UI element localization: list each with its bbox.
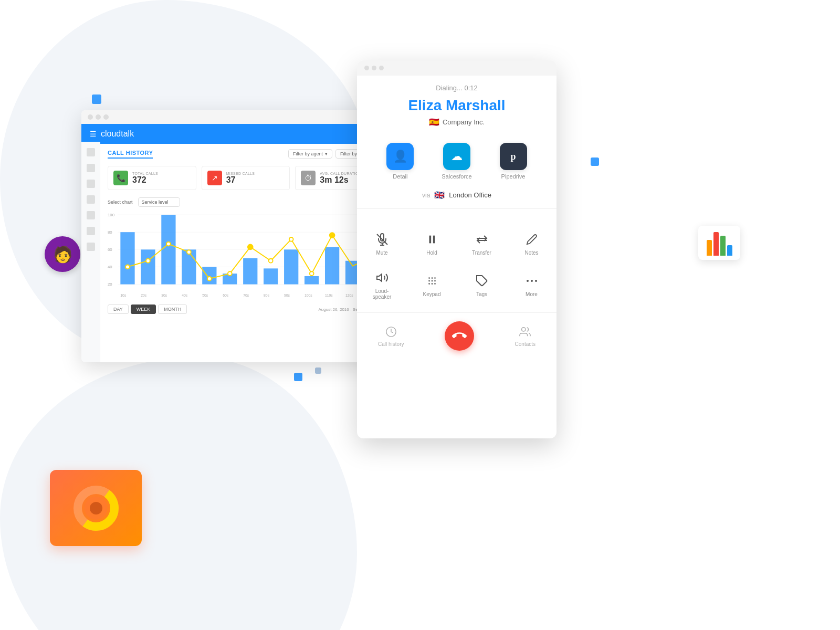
- deco-square-3: [315, 368, 321, 374]
- donut-card: [50, 470, 142, 546]
- filter-agent-btn[interactable]: Filter by agent ▾: [288, 149, 332, 159]
- select-chart-label: Select chart: [108, 200, 133, 205]
- total-calls-value: 372: [132, 175, 158, 185]
- svg-text:10s: 10s: [120, 293, 127, 297]
- tags-icon: [475, 274, 489, 288]
- caller-name: Eliza Marshall: [357, 97, 556, 114]
- salesforce-icon: ☁: [443, 143, 470, 170]
- hold-label: Hold: [426, 250, 437, 256]
- missed-calls-card: ↗ MISSED CALLS 37: [202, 166, 290, 190]
- keypad-btn[interactable]: Keypad: [407, 263, 457, 307]
- svg-point-54: [434, 277, 436, 279]
- call-history-nav[interactable]: Call history: [378, 325, 404, 347]
- loudspeaker-label: Loud-speaker: [373, 288, 392, 300]
- hamburger-icon[interactable]: ☰: [90, 130, 97, 138]
- salesforce-integration[interactable]: ☁ Salcesforce: [442, 143, 471, 180]
- svg-text:30s: 30s: [161, 293, 167, 297]
- svg-text:20: 20: [108, 282, 112, 287]
- call-history-label: Call history: [378, 341, 404, 347]
- detail-integration[interactable]: 👤 Detail: [386, 143, 414, 180]
- more-label: More: [526, 291, 538, 297]
- missed-calls-icon: ↗: [207, 171, 222, 185]
- svg-rect-49: [429, 236, 431, 244]
- pipedrive-label: Pipedrive: [501, 173, 526, 180]
- end-call-row: Call history Contacts: [357, 312, 556, 356]
- svg-rect-18: [284, 249, 298, 284]
- sidebar-icon-7[interactable]: [87, 243, 95, 251]
- call-history-title: CALL HISTORY: [108, 150, 153, 159]
- more-btn[interactable]: More: [507, 263, 556, 307]
- integration-row: 👤 Detail ☁ Salcesforce p Pipedrive: [357, 138, 556, 190]
- svg-marker-51: [377, 274, 382, 281]
- svg-point-64: [535, 280, 537, 282]
- transfer-icon: [475, 232, 489, 247]
- keypad-label: Keypad: [423, 291, 441, 297]
- total-calls-icon: 📞: [113, 171, 128, 185]
- svg-text:60s: 60s: [223, 293, 229, 297]
- dashboard-content: CALL HISTORY Filter by agent ▾ Filter by…: [100, 142, 391, 362]
- loudspeaker-btn[interactable]: Loud-speaker: [357, 263, 407, 307]
- sidebar-icon-4[interactable]: [87, 195, 95, 204]
- svg-point-53: [431, 277, 433, 279]
- mini-bar-1: [707, 240, 712, 256]
- day-btn[interactable]: DAY: [108, 304, 129, 314]
- sidebar-icon-2[interactable]: [87, 164, 95, 172]
- phone-dots: [357, 60, 556, 76]
- svg-text:60: 60: [108, 247, 112, 252]
- svg-point-32: [310, 271, 314, 276]
- sidebar-icon-6[interactable]: [87, 227, 95, 235]
- svg-point-56: [431, 280, 433, 281]
- chart-area: 100 80 60 40 20: [108, 211, 384, 300]
- end-call-btn[interactable]: [445, 321, 474, 351]
- detail-icon: 👤: [386, 143, 414, 170]
- svg-point-58: [428, 283, 430, 285]
- svg-point-57: [434, 280, 436, 281]
- call-history-icon: [384, 325, 398, 339]
- tags-btn[interactable]: Tags: [457, 263, 507, 307]
- sidebar-icon-3[interactable]: [87, 180, 95, 188]
- dashboard-header: ☰ cloudtalk: [81, 124, 391, 144]
- svg-point-62: [527, 280, 529, 282]
- flag-uk: 🇬🇧: [434, 190, 445, 200]
- dot-2: [96, 114, 101, 120]
- pipedrive-integration[interactable]: p Pipedrive: [500, 143, 527, 180]
- salesforce-label: Salcesforce: [442, 173, 471, 180]
- notes-btn[interactable]: Notes: [507, 225, 556, 263]
- sidebar-icon-1[interactable]: [87, 148, 95, 156]
- mute-btn[interactable]: Mute: [357, 225, 407, 263]
- svg-point-63: [531, 280, 533, 282]
- svg-text:110s: 110s: [325, 293, 333, 297]
- notes-label: Notes: [524, 250, 538, 256]
- svg-text:50s: 50s: [202, 293, 208, 297]
- deco-square-2: [294, 373, 302, 381]
- svg-point-59: [431, 283, 433, 285]
- donut-svg: [70, 482, 122, 534]
- svg-rect-14: [202, 267, 216, 284]
- chart-select[interactable]: Service level Call volume: [138, 197, 180, 207]
- contacts-label: Contacts: [515, 341, 536, 347]
- deco-square-4: [591, 158, 599, 166]
- phone-dot-2: [372, 66, 376, 70]
- hold-btn[interactable]: Hold: [407, 225, 457, 263]
- dot-3: [103, 114, 109, 120]
- office-name: London Office: [449, 191, 491, 199]
- transfer-btn[interactable]: Transfer: [457, 225, 507, 263]
- svg-text:120s: 120s: [345, 293, 353, 297]
- week-btn[interactable]: WEEK: [131, 304, 156, 314]
- mini-bar-4: [727, 245, 732, 256]
- total-calls-card: 📞 TOTAL CALLS 372: [108, 166, 196, 190]
- dashboard-window: ☰ cloudtalk CALL HISTORY Filter by agent…: [81, 110, 391, 362]
- svg-rect-50: [433, 236, 435, 244]
- dot-1: [88, 114, 93, 120]
- phone-dot-1: [364, 66, 369, 70]
- month-btn[interactable]: MONTH: [158, 304, 187, 314]
- svg-point-23: [125, 265, 130, 269]
- avg-duration-label: AVG. CALL DURATION: [320, 172, 361, 175]
- svg-rect-20: [325, 247, 339, 284]
- brand-name: cloudtalk: [101, 129, 134, 139]
- contacts-nav[interactable]: Contacts: [515, 325, 536, 347]
- sidebar-icon-5[interactable]: [87, 211, 95, 219]
- more-icon: [524, 274, 539, 288]
- svg-point-33: [330, 233, 335, 238]
- hold-icon: [425, 232, 439, 247]
